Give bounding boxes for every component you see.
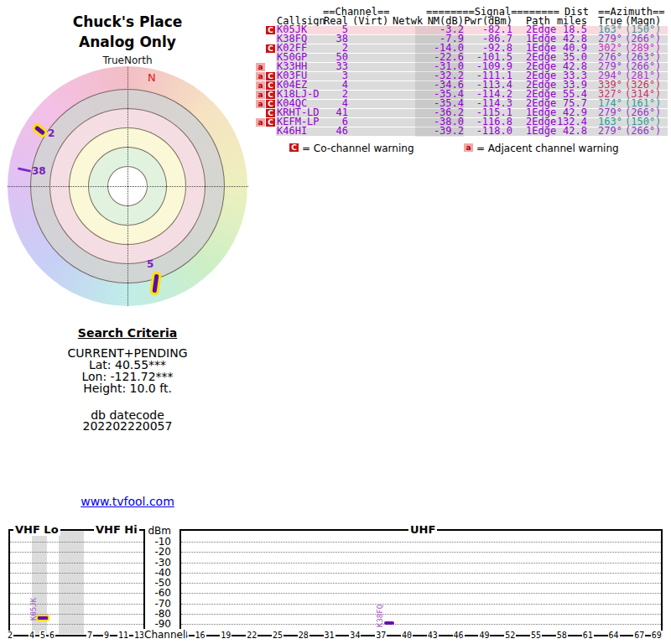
spectrum-marker-label-k38fq: K38FQ bbox=[376, 605, 384, 627]
channel-tick-label: 31 bbox=[324, 631, 336, 640]
channel-tick-label: 49 bbox=[478, 631, 490, 640]
adjacent-channel-warning-icon: a bbox=[256, 72, 265, 80]
channel-tick-label: 43 bbox=[427, 631, 439, 640]
adjacent-channel-legend-text: = Adjacent channel warning bbox=[476, 143, 619, 154]
tvfool-report-page: Chuck's Place Analog Only TrueNorth N 2 … bbox=[0, 0, 671, 644]
cell-real-channel: 46 bbox=[315, 127, 348, 136]
db-datecode-value: 202202220057 bbox=[0, 419, 255, 433]
polar-orientation-label: TrueNorth bbox=[0, 55, 255, 66]
channel-tick-label: 69 bbox=[651, 631, 663, 640]
uhf-panel-frame bbox=[179, 529, 663, 635]
page-subtitle: Analog Only bbox=[0, 34, 255, 50]
spectrum-marker-k05jk bbox=[36, 615, 49, 621]
uhf-band-label: UHF bbox=[408, 523, 437, 536]
dbm-axis-label: dBm bbox=[133, 525, 171, 537]
co-channel-warning-icon: C bbox=[266, 72, 275, 80]
channel-tick-label: 46 bbox=[453, 631, 465, 640]
co-channel-legend-text: = Co-channel warning bbox=[302, 143, 414, 154]
polar-crosshair-horizontal bbox=[8, 186, 248, 187]
channel-tick-label: 55 bbox=[530, 631, 542, 640]
adjacent-channel-warning-icon: a bbox=[256, 81, 265, 90]
polar-marker-label-5: 5 bbox=[147, 258, 153, 270]
channel-tick-label: 25 bbox=[272, 631, 283, 640]
co-channel-warning-icon: C bbox=[266, 26, 275, 34]
cell-callsign: K46HI bbox=[277, 127, 307, 136]
adjacent-channel-warning-icon: a bbox=[256, 100, 265, 108]
cell-dist-miles: 42.8 bbox=[549, 127, 587, 136]
co-channel-warning-icon: C bbox=[266, 91, 275, 99]
channel-tick-label: 40 bbox=[401, 631, 413, 640]
channel-tick-label: 11 bbox=[117, 631, 129, 640]
channel-tick-label: 2 bbox=[7, 631, 13, 640]
channel-axis-label: Channel bbox=[143, 629, 186, 641]
channel-tick-label: 5 bbox=[39, 631, 46, 640]
channel-tick-label: 6 bbox=[49, 631, 55, 640]
polar-marker-label-2: 2 bbox=[48, 127, 55, 139]
adjacent-channel-warning-icon: a bbox=[256, 118, 265, 127]
channel-tick-label: 58 bbox=[556, 631, 568, 640]
channel-tick-label: 67 bbox=[633, 631, 645, 640]
spectrum-marker-k38fq bbox=[384, 621, 394, 625]
channel-tick-label: 16 bbox=[195, 631, 206, 640]
cell-azimuth-true: 279° bbox=[598, 127, 622, 136]
north-label: N bbox=[148, 71, 156, 84]
polar-marker-label-38: 38 bbox=[32, 165, 46, 177]
co-channel-warning-icon: C bbox=[266, 118, 275, 127]
co-channel-warning-icon: C bbox=[266, 100, 275, 108]
tvfool-link[interactable]: www.tvfool.com bbox=[0, 495, 255, 508]
vhf-lo-band-label: VHF Lo bbox=[13, 523, 60, 536]
col-header-virt: (Virt) bbox=[352, 17, 388, 26]
co-channel-warning-icon: C bbox=[266, 109, 275, 117]
cell-azimuth-magn: (266°) bbox=[625, 127, 661, 136]
channel-tick-label: 64 bbox=[607, 631, 619, 640]
dbm-tick-label: -90 bbox=[133, 618, 171, 630]
channel-tick-label: 19 bbox=[220, 631, 231, 640]
channel-tick-label: 4 bbox=[29, 631, 35, 640]
spectrum-marker-label-k05jk: K05JK bbox=[29, 598, 38, 621]
adjacent-channel-warning-icon: a bbox=[256, 91, 265, 99]
channel-tick-label: 7 bbox=[86, 631, 93, 640]
co-channel-warning-icon: C bbox=[266, 44, 275, 53]
antenna-height-value: Height: 10.0 ft. bbox=[0, 382, 255, 395]
adjacent-channel-warning-icon: a bbox=[464, 143, 473, 152]
channel-tick-label: 9 bbox=[103, 631, 110, 640]
channel-tick-label: 52 bbox=[504, 631, 516, 640]
channel-tick-label: 28 bbox=[298, 631, 309, 640]
channel-tick-label: 37 bbox=[375, 631, 387, 640]
cell-nm-db: -39.2 bbox=[415, 127, 464, 136]
cell-pwr-dbm: -118.0 bbox=[464, 127, 512, 136]
co-channel-warning-icon: C bbox=[289, 143, 299, 152]
channel-tick-label: 34 bbox=[349, 631, 361, 640]
adjacent-channel-warning-icon: a bbox=[256, 63, 265, 71]
page-title: Chuck's Place bbox=[0, 13, 255, 30]
channel-tick-label: 22 bbox=[246, 631, 257, 640]
search-criteria-heading: Search Criteria bbox=[0, 326, 255, 340]
co-channel-warning-icon: C bbox=[266, 81, 275, 90]
channel-tick-label: 61 bbox=[582, 631, 594, 640]
